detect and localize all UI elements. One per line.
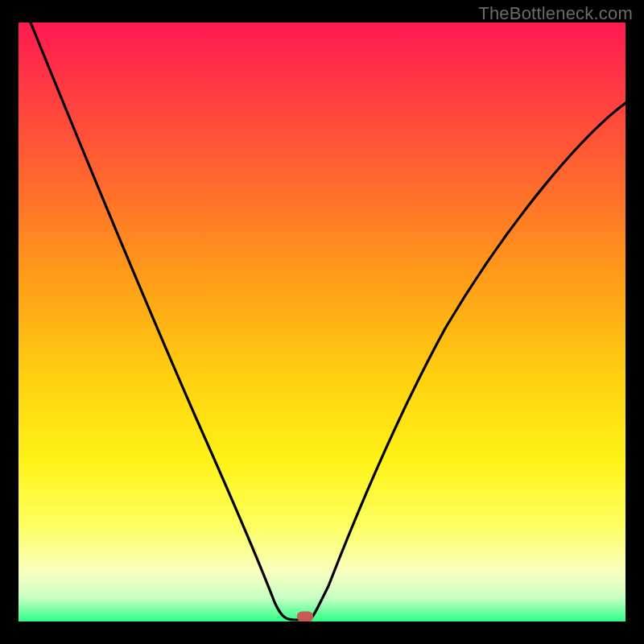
chart-frame: TheBottleneck.com <box>0 0 644 644</box>
plot-area <box>19 23 625 621</box>
bottleneck-curve <box>19 23 625 621</box>
optimum-marker <box>297 612 313 622</box>
watermark-label: TheBottleneck.com <box>478 3 633 24</box>
curve-path <box>31 23 625 620</box>
